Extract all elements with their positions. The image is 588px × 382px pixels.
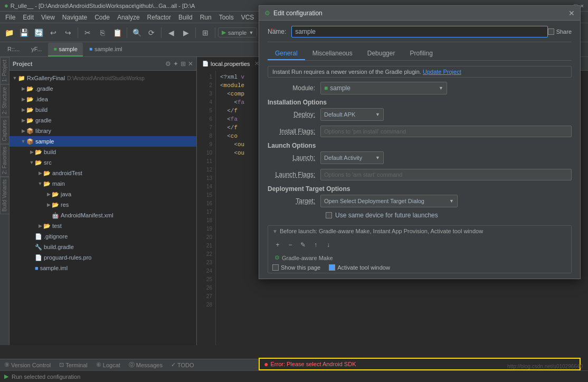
- tree-item-root[interactable]: ▼ 📁 RxGalleryFinal D:\Android\AndroidStu…: [10, 73, 196, 83]
- menu-build[interactable]: Build: [175, 13, 196, 22]
- menu-code[interactable]: Code: [91, 13, 113, 22]
- show-page-checkbox[interactable]: [272, 264, 279, 271]
- tree-item-library[interactable]: ▶ 📦 library: [10, 126, 196, 136]
- replace-button[interactable]: ⟳: [145, 26, 158, 40]
- back-button[interactable]: ◀: [164, 26, 178, 40]
- tab-general[interactable]: General: [268, 47, 305, 60]
- activate-window-checkbox[interactable]: [329, 264, 335, 271]
- target-dropdown[interactable]: Open Select Deployment Target Dialog ▼: [320, 195, 458, 207]
- tab-yf[interactable]: yF...: [26, 43, 47, 56]
- tree-item-src[interactable]: ▼ 📂 src: [10, 157, 196, 168]
- label-project[interactable]: 1: Project: [0, 57, 9, 84]
- tree-item-sample-build[interactable]: ▶ 📂 build: [10, 147, 196, 157]
- module-value: sample: [330, 84, 350, 92]
- name-input[interactable]: [291, 26, 547, 37]
- redo-button[interactable]: ↪: [61, 26, 75, 40]
- tree-item-test[interactable]: ▶ 📂 test: [10, 221, 196, 231]
- tree-item-java[interactable]: ▶ 📂 java: [10, 189, 196, 199]
- tree-item-gradle-hidden[interactable]: ▶ 📂 .gradle: [10, 83, 196, 94]
- launch-dropdown[interactable]: Default Activity ▼: [320, 151, 384, 164]
- tree-arrow-3: ▶: [20, 107, 26, 112]
- menu-file[interactable]: File: [2, 13, 18, 22]
- find-button[interactable]: 🔍: [130, 26, 144, 40]
- tree-item-res[interactable]: ▶ 📂 res: [10, 199, 196, 210]
- share-checkbox[interactable]: Share: [548, 28, 572, 35]
- tab-sample-iml[interactable]: ■ sample.iml: [84, 43, 128, 56]
- tree-label-1: .gradle: [35, 85, 53, 92]
- editor-tab-local-properties[interactable]: 📄 local.properties ✕: [197, 57, 265, 71]
- same-device-row: Use same device for future launches: [268, 212, 572, 219]
- launch-flags-input[interactable]: [320, 169, 572, 180]
- cog-icon[interactable]: ✦: [173, 60, 178, 68]
- menu-tools[interactable]: Tools: [216, 13, 237, 22]
- tree-item-manifest[interactable]: ▶ 🤖 AndroidManifest.xml: [10, 210, 196, 221]
- tree-label-17: proguard-rules.pro: [44, 254, 92, 261]
- menu-refactor[interactable]: Refactor: [144, 13, 174, 22]
- menu-vcs[interactable]: VCS: [238, 13, 258, 22]
- dialog-close-button[interactable]: ✕: [568, 9, 575, 17]
- edit-configuration-dialog[interactable]: ⚙ Edit configuration ✕ Name: Share Gener…: [259, 5, 581, 279]
- install-flags-input[interactable]: [320, 126, 572, 137]
- same-device-checkbox[interactable]: [326, 212, 332, 218]
- menu-edit[interactable]: Edit: [20, 13, 37, 22]
- panel-close-icon[interactable]: ✕: [188, 60, 193, 68]
- bl-add-button[interactable]: +: [272, 240, 283, 250]
- tab-miscellaneous[interactable]: Miscellaneous: [305, 47, 360, 60]
- bl-up-button[interactable]: ↑: [310, 240, 321, 250]
- tab-sample-icon: ■: [53, 46, 56, 52]
- tree-item-sample[interactable]: ▼ 📦 sample: [10, 136, 196, 147]
- undo-button[interactable]: ↩: [46, 26, 60, 40]
- bl-remove-button[interactable]: −: [285, 240, 296, 250]
- layout-icon[interactable]: ⊞: [181, 60, 186, 68]
- tab-debugger[interactable]: Debugger: [360, 47, 403, 60]
- sync-button[interactable]: 🔄: [32, 26, 45, 40]
- folder-icon-14: 📂: [43, 223, 51, 230]
- tab-sample[interactable]: ■ sample: [48, 43, 83, 56]
- before-launch-header[interactable]: ▼ Before launch: Gradle-aware Make, Inst…: [268, 226, 571, 236]
- module-row: Module: ■ sample ▼: [268, 82, 572, 94]
- title-bar-text: ● R_ulle__ - [D:\Android\AndroidStudioWo…: [4, 2, 195, 9]
- menu-analyze[interactable]: Analyze: [114, 13, 143, 22]
- tree-item-gitignore[interactable]: ▶ 📄 .gitignore: [10, 231, 196, 242]
- menu-navigate[interactable]: Navigate: [59, 13, 90, 22]
- tree-item-build-root[interactable]: ▶ 📂 build: [10, 104, 196, 115]
- close-button[interactable]: ×: [581, 3, 584, 9]
- tree-item-build-gradle[interactable]: ▶ 🔧 build.gradle: [10, 242, 196, 252]
- tree-item-gradle[interactable]: ▶ 📂 gradle: [10, 115, 196, 126]
- tree-item-main[interactable]: ▼ 📂 main: [10, 178, 196, 189]
- label-build-variants[interactable]: Build Variants: [0, 177, 9, 214]
- tab-profiling[interactable]: Profiling: [402, 47, 440, 60]
- label-favorites[interactable]: 2: Favorites: [0, 144, 9, 177]
- tab-project[interactable]: R::...: [2, 43, 25, 56]
- tab-iml-icon: ■: [89, 46, 92, 52]
- tree-item-sample-iml[interactable]: ▶ ■ sample.iml: [10, 263, 196, 273]
- update-project-link[interactable]: Update Project: [423, 69, 461, 75]
- menu-run[interactable]: Run: [197, 13, 215, 22]
- grid-button[interactable]: ⊞: [198, 26, 212, 40]
- module-dropdown[interactable]: ■ sample ▼: [320, 82, 447, 94]
- line-numbers: 12345 678910 1112131415 1617181920 21222…: [197, 71, 216, 345]
- run-configuration-dropdown[interactable]: ▶ sample ▼: [218, 27, 257, 37]
- bl-down-button[interactable]: ↓: [323, 240, 334, 250]
- label-captures[interactable]: Captures: [0, 117, 9, 144]
- gradle-icon-16: 🔧: [35, 244, 42, 251]
- forward-button[interactable]: ▶: [179, 26, 193, 40]
- copy-button[interactable]: ⎘: [96, 26, 109, 40]
- tree-item-idea[interactable]: ▶ 📂 .idea: [10, 94, 196, 104]
- folder-icon-10: 📂: [43, 180, 51, 187]
- project-panel: Project ⚙ ✦ ⊞ ✕ ▼ 📁 RxGalleryFinal D:\An…: [10, 57, 197, 345]
- share-cb[interactable]: [548, 28, 554, 35]
- tree-label-14: test: [52, 223, 62, 229]
- tree-item-proguard[interactable]: ▶ 📄 proguard-rules.pro: [10, 252, 196, 263]
- paste-button[interactable]: 📋: [110, 26, 124, 40]
- menu-view[interactable]: View: [38, 13, 58, 22]
- label-structure[interactable]: 2: Structure: [0, 84, 9, 117]
- settings-icon[interactable]: ⚙: [165, 60, 171, 68]
- save-button[interactable]: 💾: [17, 26, 31, 40]
- open-button[interactable]: 📁: [2, 26, 16, 40]
- bl-edit-button[interactable]: ✎: [298, 240, 308, 250]
- cut-button[interactable]: ✂: [81, 26, 94, 40]
- tree-item-androidtest[interactable]: ▶ 📂 androidTest: [10, 168, 196, 178]
- folder-icon-2: 📂: [26, 96, 34, 103]
- deploy-dropdown[interactable]: Default APK ▼: [320, 108, 384, 121]
